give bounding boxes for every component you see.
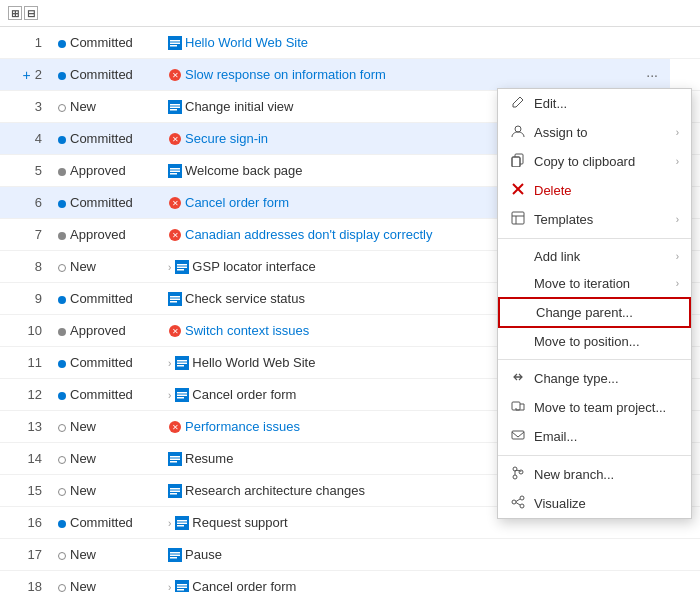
collapse-all-button[interactable]: ⊟ — [24, 6, 38, 20]
menu-label-addlink: Add link — [534, 249, 668, 264]
svg-rect-54 — [170, 555, 180, 557]
title-text[interactable]: Secure sign-in — [185, 131, 268, 146]
svg-rect-27 — [170, 301, 177, 303]
order-cell: 1 — [0, 27, 50, 59]
menu-item-changeparent[interactable]: Change parent... — [498, 297, 691, 328]
menu-chevron-moveiteration: › — [676, 278, 679, 289]
order-cell: 17 — [0, 539, 50, 571]
order-number: 15 — [28, 483, 42, 498]
ellipsis-cell: ··· — [634, 59, 670, 91]
order-number: 12 — [28, 387, 42, 402]
state-label: New — [70, 259, 96, 274]
state-label: Committed — [70, 35, 133, 50]
menu-item-changetype[interactable]: Change type... — [498, 364, 691, 393]
svg-line-78 — [516, 503, 520, 506]
state-label: New — [70, 579, 96, 592]
svg-rect-66 — [512, 212, 524, 224]
state-dot — [58, 328, 66, 336]
title-text[interactable]: Slow response on information form — [185, 67, 386, 82]
svg-rect-3 — [170, 45, 177, 47]
menu-item-assign[interactable]: Assign to› — [498, 118, 691, 147]
state-cell: Approved — [50, 315, 160, 347]
story-icon — [168, 483, 185, 498]
state-label: New — [70, 419, 96, 434]
svg-point-75 — [520, 496, 524, 500]
context-menu: Edit...Assign to›Copy to clipboard›Delet… — [497, 88, 692, 519]
expand-chevron-icon[interactable]: › — [168, 358, 171, 369]
add-child-icon[interactable]: + — [23, 67, 31, 83]
order-cell: 5 — [0, 155, 50, 187]
table-row[interactable]: +2Committed ✕ Slow response on informati… — [0, 59, 700, 91]
svg-point-74 — [512, 500, 516, 504]
state-dot — [58, 296, 66, 304]
title-text: Hello World Web Site — [192, 355, 315, 370]
svg-text:✕: ✕ — [172, 231, 179, 240]
menu-item-addlink[interactable]: Add link› — [498, 243, 691, 270]
table-row[interactable]: 18New› Cancel order form — [0, 571, 700, 593]
order-number: 9 — [35, 291, 42, 306]
order-number: 13 — [28, 419, 42, 434]
svg-rect-37 — [177, 397, 184, 399]
menu-item-moveposition[interactable]: Move to position... — [498, 328, 691, 355]
menu-label-moveiteration: Move to iteration — [534, 276, 668, 291]
menu-chevron-templates: › — [676, 214, 679, 225]
menu-label-changetype: Change type... — [534, 371, 679, 386]
order-cell: 14 — [0, 443, 50, 475]
title-text[interactable]: Performance issues — [185, 419, 300, 434]
expand-all-button[interactable]: ⊞ — [8, 6, 22, 20]
title-text[interactable]: Canadian addresses don't display correct… — [185, 227, 432, 242]
svg-text:✕: ✕ — [172, 71, 179, 80]
state-label: Approved — [70, 323, 126, 338]
menu-item-moveiteration[interactable]: Move to iteration› — [498, 270, 691, 297]
menu-item-newbranch[interactable]: New branch... — [498, 460, 691, 489]
state-cell: Committed — [50, 187, 160, 219]
svg-rect-9 — [170, 109, 177, 111]
menu-item-moveteam[interactable]: Move to team project... — [498, 393, 691, 422]
menu-item-delete[interactable]: Delete — [498, 176, 691, 205]
menu-chevron-addlink: › — [676, 251, 679, 262]
title-text: Pause — [185, 547, 222, 562]
expand-chevron-icon[interactable]: › — [168, 518, 171, 529]
menu-separator — [498, 455, 691, 456]
order-cell: 4 — [0, 123, 50, 155]
expand-chevron-icon[interactable]: › — [168, 262, 171, 273]
svg-rect-47 — [170, 493, 177, 495]
order-number: 16 — [28, 515, 42, 530]
table-row[interactable]: 17New Pause — [0, 539, 700, 571]
expand-chevron-icon[interactable]: › — [168, 390, 171, 401]
row-actions-button[interactable]: ··· — [642, 67, 662, 83]
state-cell: New — [50, 539, 160, 571]
state-dot — [58, 136, 66, 144]
order-cell: 6 — [0, 187, 50, 219]
state-dot — [58, 72, 66, 80]
title-text: Cancel order form — [192, 387, 296, 402]
menu-item-templates[interactable]: Templates› — [498, 205, 691, 234]
table-header: ⊞ ⊟ — [0, 0, 700, 27]
svg-rect-53 — [170, 552, 180, 554]
state-label: Approved — [70, 163, 126, 178]
svg-rect-43 — [170, 461, 177, 463]
state-dot — [58, 40, 66, 48]
title-cell: Pause — [160, 539, 634, 571]
menu-label-email: Email... — [534, 429, 679, 444]
title-cell: › Cancel order form — [160, 571, 634, 593]
svg-rect-50 — [177, 523, 187, 525]
title-text[interactable]: Cancel order form — [185, 195, 289, 210]
menu-label-copy: Copy to clipboard — [534, 154, 668, 169]
menu-label-delete: Delete — [534, 183, 679, 198]
menu-item-copy[interactable]: Copy to clipboard› — [498, 147, 691, 176]
story-icon — [168, 291, 185, 306]
menu-icon-edit — [510, 95, 526, 112]
table-row[interactable]: 1Committed Hello World Web Site — [0, 27, 700, 59]
expand-chevron-icon[interactable]: › — [168, 582, 171, 592]
menu-icon-changetype — [510, 370, 526, 387]
state-dot — [58, 264, 66, 272]
title-text[interactable]: Switch context issues — [185, 323, 309, 338]
order-column-header — [50, 0, 160, 27]
menu-item-visualize[interactable]: Visualize — [498, 489, 691, 518]
story-icon — [175, 259, 192, 274]
menu-item-edit[interactable]: Edit... — [498, 89, 691, 118]
state-label: Committed — [70, 291, 133, 306]
menu-item-email[interactable]: Email... — [498, 422, 691, 451]
title-text[interactable]: Hello World Web Site — [185, 35, 308, 50]
